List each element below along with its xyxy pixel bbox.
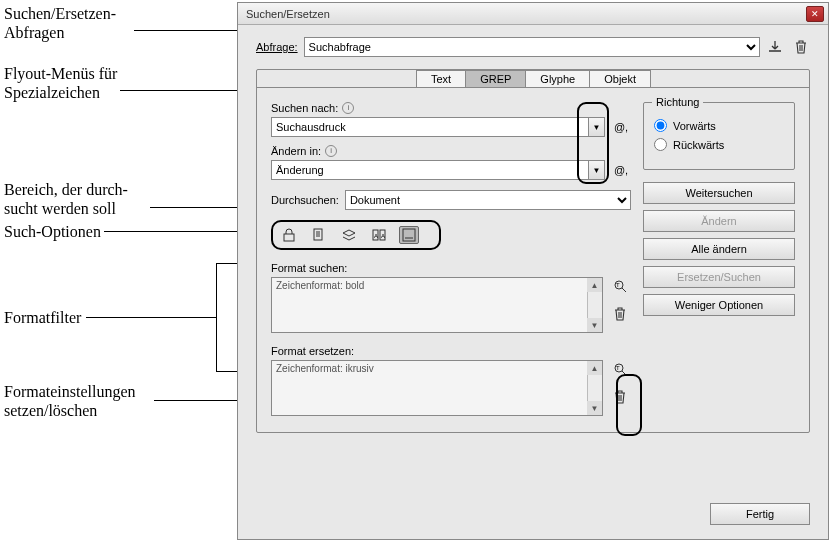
inner-panel: Text GREP Glyphe Objekt Suchen nach: i — [256, 69, 810, 433]
info-icon[interactable]: i — [325, 145, 337, 157]
done-button[interactable]: Fertig — [710, 503, 810, 525]
tab-object[interactable]: Objekt — [589, 70, 651, 87]
scope-row: Durchsuchen: Dokument — [271, 190, 631, 210]
change-button[interactable]: Ăndern — [643, 210, 795, 232]
info-icon[interactable]: i — [342, 102, 354, 114]
window-title: Suchen/Ersetzen — [242, 8, 806, 20]
format-search-label: Format suchen: — [271, 262, 631, 274]
format-search-value: Zeichenformat: bold — [276, 280, 364, 291]
search-dropdown-arrow[interactable]: ▼ — [588, 118, 604, 136]
annotation-options: Such-Optionen — [4, 222, 101, 241]
option-locked-stories-icon[interactable] — [309, 226, 329, 244]
titlebar: Suchen/Ersetzen ✕ — [238, 3, 828, 25]
radio-forward[interactable] — [654, 119, 667, 132]
format-search-clear-icon[interactable] — [611, 305, 629, 323]
change-input[interactable] — [271, 160, 605, 180]
scope-label: Durchsuchen: — [271, 194, 339, 206]
annotation-scope: Bereich, der durch- sucht werden soll — [4, 180, 128, 218]
radio-backward[interactable] — [654, 138, 667, 151]
scroll-down-icon[interactable]: ▼ — [587, 318, 602, 332]
scroll-up-icon[interactable]: ▲ — [587, 278, 602, 292]
direction-backward[interactable]: Rückwärts — [654, 138, 784, 151]
close-button[interactable]: ✕ — [806, 6, 824, 22]
scope-select[interactable]: Dokument — [345, 190, 631, 210]
format-search-section: Format suchen: Zeichenformat: bold ▲ ▼ T — [271, 262, 631, 333]
find-next-button[interactable]: Weitersuchen — [643, 182, 795, 204]
change-group: Ändern in: i ▼ @, — [271, 145, 631, 180]
tab-text[interactable]: Text — [416, 70, 466, 87]
format-replace-section: Format ersetzen: Zeichenformat: ikrusiv … — [271, 345, 631, 416]
query-label: Abfrage: — [256, 41, 298, 53]
option-footnotes-icon[interactable] — [399, 226, 419, 244]
query-row: Abfrage: Suchabfrage — [256, 37, 810, 57]
query-select[interactable]: Suchabfrage — [304, 37, 760, 57]
format-replace-value: Zeichenformat: ikrusiv — [276, 363, 374, 374]
option-master-pages-icon[interactable]: AA — [369, 226, 389, 244]
svg-text:A: A — [374, 233, 378, 239]
search-label: Suchen nach: — [271, 102, 338, 114]
replace-find-button[interactable]: Ersetzen/Suchen — [643, 266, 795, 288]
find-replace-dialog: Suchen/Ersetzen ✕ Abfrage: Suchabfrage T… — [237, 2, 829, 540]
format-search-specify-icon[interactable]: T — [611, 277, 629, 295]
direction-legend: Richtung — [652, 96, 703, 108]
change-dropdown-arrow[interactable]: ▼ — [588, 161, 604, 179]
svg-text:A: A — [381, 233, 385, 239]
fewer-options-button[interactable]: Weniger Optionen — [643, 294, 795, 316]
option-hidden-layers-icon[interactable] — [339, 226, 359, 244]
tabs-row: Text GREP Glyphe Objekt — [257, 70, 809, 88]
option-locked-layers-icon[interactable] — [279, 226, 299, 244]
search-group: Suchen nach: i ▼ @, — [271, 102, 631, 137]
format-search-area[interactable]: Zeichenformat: bold ▲ ▼ — [271, 277, 603, 333]
close-icon: ✕ — [811, 9, 819, 19]
direction-forward[interactable]: Vorwärts — [654, 119, 784, 132]
change-all-button[interactable]: Alle ändern — [643, 238, 795, 260]
annotation-queries: Suchen/Ersetzen- Abfragen — [4, 4, 116, 42]
tab-glyph[interactable]: Glyphe — [525, 70, 590, 87]
format-replace-clear-icon[interactable] — [611, 388, 629, 406]
annotation-filter: Formatfilter — [4, 308, 81, 327]
search-options: AA — [271, 220, 441, 250]
svg-rect-6 — [403, 229, 415, 241]
svg-text:T: T — [616, 282, 620, 288]
tab-grep[interactable]: GREP — [465, 70, 526, 87]
scroll-up-icon[interactable]: ▲ — [587, 361, 602, 375]
save-query-icon[interactable] — [766, 38, 784, 56]
annotation-settings: Formateinstellungen setzen/löschen — [4, 382, 136, 420]
scroll-down-icon[interactable]: ▼ — [587, 401, 602, 415]
direction-group: Richtung Vorwärts Rückwärts — [643, 102, 795, 170]
change-special-chars-button[interactable]: @, — [611, 160, 631, 180]
change-label: Ändern in: — [271, 145, 321, 157]
svg-rect-0 — [284, 234, 294, 241]
search-input[interactable] — [271, 117, 605, 137]
format-replace-area[interactable]: Zeichenformat: ikrusiv ▲ ▼ — [271, 360, 603, 416]
search-special-chars-button[interactable]: @, — [611, 117, 631, 137]
delete-query-icon[interactable] — [792, 38, 810, 56]
format-replace-label: Format ersetzen: — [271, 345, 631, 357]
format-replace-specify-icon[interactable]: T — [611, 360, 629, 378]
annotation-flyout: Flyout-Menüs für Spezialzeichen — [4, 64, 117, 102]
svg-text:T: T — [616, 365, 620, 371]
